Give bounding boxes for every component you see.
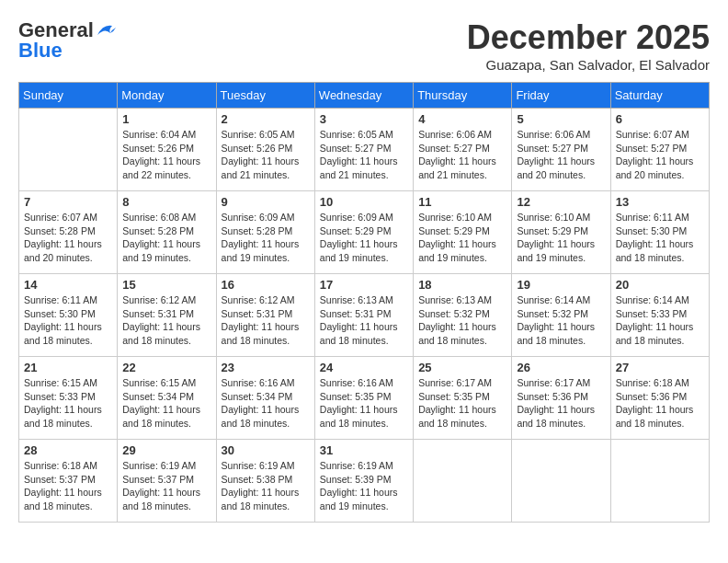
day-number: 18 xyxy=(418,278,506,292)
day-info: Sunrise: 6:05 AMSunset: 5:26 PMDaylight:… xyxy=(222,128,310,182)
day-number: 19 xyxy=(517,278,605,292)
day-info: Sunrise: 6:07 AMSunset: 5:28 PMDaylight:… xyxy=(24,211,112,265)
day-info: Sunrise: 6:05 AMSunset: 5:27 PMDaylight:… xyxy=(320,128,408,182)
day-info: Sunrise: 6:07 AMSunset: 5:27 PMDaylight:… xyxy=(616,128,704,182)
day-info: Sunrise: 6:17 AMSunset: 5:36 PMDaylight:… xyxy=(517,376,605,431)
calendar-cell: 18Sunrise: 6:13 AMSunset: 5:32 PMDayligh… xyxy=(414,274,512,357)
day-info: Sunrise: 6:10 AMSunset: 5:29 PMDaylight:… xyxy=(418,211,506,265)
day-number: 21 xyxy=(24,361,112,374)
calendar-cell: 10Sunrise: 6:09 AMSunset: 5:29 PMDayligh… xyxy=(314,191,413,274)
calendar-week-row: 1Sunrise: 6:04 AMSunset: 5:26 PMDaylight… xyxy=(19,109,710,191)
day-info: Sunrise: 6:11 AMSunset: 5:30 PMDaylight:… xyxy=(24,293,112,348)
calendar-cell: 16Sunrise: 6:12 AMSunset: 5:31 PMDayligh… xyxy=(216,274,314,357)
day-info: Sunrise: 6:09 AMSunset: 5:28 PMDaylight:… xyxy=(222,211,310,265)
day-info: Sunrise: 6:08 AMSunset: 5:28 PMDaylight:… xyxy=(122,211,210,265)
day-info: Sunrise: 6:17 AMSunset: 5:35 PMDaylight:… xyxy=(418,376,506,431)
day-number: 16 xyxy=(222,278,310,292)
day-info: Sunrise: 6:16 AMSunset: 5:34 PMDaylight:… xyxy=(222,376,310,431)
calendar-week-row: 21Sunrise: 6:15 AMSunset: 5:33 PMDayligh… xyxy=(19,357,710,440)
day-number: 24 xyxy=(320,361,408,374)
day-number: 14 xyxy=(24,278,112,292)
calendar-week-row: 7Sunrise: 6:07 AMSunset: 5:28 PMDaylight… xyxy=(19,191,710,274)
logo-blue-text: Blue xyxy=(18,39,63,63)
day-info: Sunrise: 6:19 AMSunset: 5:38 PMDaylight:… xyxy=(222,459,310,513)
day-info: Sunrise: 6:09 AMSunset: 5:29 PMDaylight:… xyxy=(320,211,408,265)
calendar-cell: 29Sunrise: 6:19 AMSunset: 5:37 PMDayligh… xyxy=(118,440,216,523)
weekday-header-sunday: Sunday xyxy=(19,83,118,109)
day-number: 28 xyxy=(24,443,112,457)
calendar-cell: 6Sunrise: 6:07 AMSunset: 5:27 PMDaylight… xyxy=(610,109,709,191)
calendar-cell: 28Sunrise: 6:18 AMSunset: 5:37 PMDayligh… xyxy=(19,440,118,523)
day-number: 27 xyxy=(616,361,704,374)
day-number: 6 xyxy=(616,112,704,126)
day-number: 15 xyxy=(122,278,210,292)
calendar-cell: 20Sunrise: 6:14 AMSunset: 5:33 PMDayligh… xyxy=(610,274,709,357)
day-number: 25 xyxy=(418,361,506,374)
weekday-header-tuesday: Tuesday xyxy=(216,83,314,109)
title-block: December 2025 Guazapa, San Salvador, El … xyxy=(467,18,710,73)
day-info: Sunrise: 6:10 AMSunset: 5:29 PMDaylight:… xyxy=(517,211,605,265)
location-text: Guazapa, San Salvador, El Salvador xyxy=(467,57,710,73)
day-number: 5 xyxy=(517,112,605,126)
day-number: 12 xyxy=(517,195,605,209)
day-info: Sunrise: 6:13 AMSunset: 5:31 PMDaylight:… xyxy=(320,293,408,348)
calendar-cell: 4Sunrise: 6:06 AMSunset: 5:27 PMDaylight… xyxy=(414,109,512,191)
calendar-cell: 5Sunrise: 6:06 AMSunset: 5:27 PMDaylight… xyxy=(512,109,610,191)
day-info: Sunrise: 6:18 AMSunset: 5:36 PMDaylight:… xyxy=(616,376,704,431)
calendar-cell: 26Sunrise: 6:17 AMSunset: 5:36 PMDayligh… xyxy=(512,357,610,440)
calendar-week-row: 14Sunrise: 6:11 AMSunset: 5:30 PMDayligh… xyxy=(19,274,710,357)
day-number: 20 xyxy=(616,278,704,292)
calendar-cell: 7Sunrise: 6:07 AMSunset: 5:28 PMDaylight… xyxy=(19,191,118,274)
day-info: Sunrise: 6:06 AMSunset: 5:27 PMDaylight:… xyxy=(517,128,605,182)
day-info: Sunrise: 6:19 AMSunset: 5:39 PMDaylight:… xyxy=(320,459,408,513)
day-number: 4 xyxy=(418,112,506,126)
calendar-cell: 15Sunrise: 6:12 AMSunset: 5:31 PMDayligh… xyxy=(118,274,216,357)
day-number: 23 xyxy=(222,361,310,374)
calendar-cell: 2Sunrise: 6:05 AMSunset: 5:26 PMDaylight… xyxy=(216,109,314,191)
calendar-cell: 8Sunrise: 6:08 AMSunset: 5:28 PMDaylight… xyxy=(118,191,216,274)
month-title: December 2025 xyxy=(467,18,710,57)
weekday-header-row: SundayMondayTuesdayWednesdayThursdayFrid… xyxy=(19,83,710,109)
calendar-cell: 21Sunrise: 6:15 AMSunset: 5:33 PMDayligh… xyxy=(19,357,118,440)
weekday-header-wednesday: Wednesday xyxy=(314,83,413,109)
day-info: Sunrise: 6:14 AMSunset: 5:32 PMDaylight:… xyxy=(517,293,605,348)
day-info: Sunrise: 6:18 AMSunset: 5:37 PMDaylight:… xyxy=(24,459,112,513)
day-number: 11 xyxy=(418,195,506,209)
day-number: 22 xyxy=(122,361,210,374)
day-number: 9 xyxy=(222,195,310,209)
logo-bird-icon xyxy=(96,22,116,39)
calendar-cell: 23Sunrise: 6:16 AMSunset: 5:34 PMDayligh… xyxy=(216,357,314,440)
logo: General Blue xyxy=(18,18,116,63)
day-info: Sunrise: 6:19 AMSunset: 5:37 PMDaylight:… xyxy=(122,459,210,513)
calendar-table: SundayMondayTuesdayWednesdayThursdayFrid… xyxy=(18,82,710,523)
day-info: Sunrise: 6:16 AMSunset: 5:35 PMDaylight:… xyxy=(320,376,408,431)
page-header: General Blue December 2025 Guazapa, San … xyxy=(18,18,710,73)
calendar-cell: 25Sunrise: 6:17 AMSunset: 5:35 PMDayligh… xyxy=(414,357,512,440)
day-number: 8 xyxy=(122,195,210,209)
calendar-cell: 17Sunrise: 6:13 AMSunset: 5:31 PMDayligh… xyxy=(314,274,413,357)
day-number: 13 xyxy=(616,195,704,209)
calendar-cell: 24Sunrise: 6:16 AMSunset: 5:35 PMDayligh… xyxy=(314,357,413,440)
calendar-cell xyxy=(610,440,709,523)
day-number: 2 xyxy=(222,112,310,126)
day-number: 26 xyxy=(517,361,605,374)
day-info: Sunrise: 6:12 AMSunset: 5:31 PMDaylight:… xyxy=(122,293,210,348)
calendar-week-row: 28Sunrise: 6:18 AMSunset: 5:37 PMDayligh… xyxy=(19,440,710,523)
day-info: Sunrise: 6:15 AMSunset: 5:34 PMDaylight:… xyxy=(122,376,210,431)
calendar-cell: 31Sunrise: 6:19 AMSunset: 5:39 PMDayligh… xyxy=(314,440,413,523)
day-number: 10 xyxy=(320,195,408,209)
weekday-header-saturday: Saturday xyxy=(610,83,709,109)
day-number: 7 xyxy=(24,195,112,209)
weekday-header-thursday: Thursday xyxy=(414,83,512,109)
day-number: 3 xyxy=(320,112,408,126)
calendar-cell xyxy=(19,109,118,191)
calendar-cell: 11Sunrise: 6:10 AMSunset: 5:29 PMDayligh… xyxy=(414,191,512,274)
day-info: Sunrise: 6:06 AMSunset: 5:27 PMDaylight:… xyxy=(418,128,506,182)
calendar-cell: 3Sunrise: 6:05 AMSunset: 5:27 PMDaylight… xyxy=(314,109,413,191)
day-number: 1 xyxy=(122,112,210,126)
day-info: Sunrise: 6:13 AMSunset: 5:32 PMDaylight:… xyxy=(418,293,506,348)
calendar-cell: 27Sunrise: 6:18 AMSunset: 5:36 PMDayligh… xyxy=(610,357,709,440)
calendar-cell xyxy=(414,440,512,523)
calendar-cell: 1Sunrise: 6:04 AMSunset: 5:26 PMDaylight… xyxy=(118,109,216,191)
day-number: 29 xyxy=(122,443,210,457)
